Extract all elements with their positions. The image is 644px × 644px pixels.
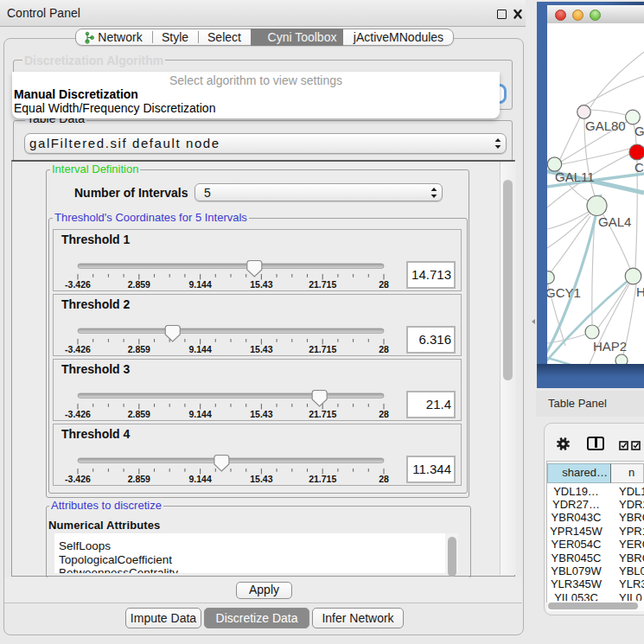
svg-text:GCY1: GCY1 bbox=[547, 285, 581, 300]
svg-text:2.859: 2.859 bbox=[128, 474, 150, 484]
svg-text:2.859: 2.859 bbox=[128, 409, 150, 419]
svg-text:21.715: 21.715 bbox=[309, 344, 336, 354]
svg-text:28: 28 bbox=[379, 409, 389, 419]
svg-text:21.715: 21.715 bbox=[309, 279, 336, 290]
svg-text:15.43: 15.43 bbox=[250, 279, 272, 290]
svg-text:15.43: 15.43 bbox=[250, 344, 272, 354]
svg-text:-3.426: -3.426 bbox=[65, 409, 91, 419]
svg-text:HAP2: HAP2 bbox=[593, 339, 627, 354]
svg-text:9.144: 9.144 bbox=[188, 409, 211, 419]
svg-text:9.144: 9.144 bbox=[188, 344, 211, 354]
svg-text:15.43: 15.43 bbox=[250, 409, 272, 419]
svg-text:-3.426: -3.426 bbox=[65, 474, 91, 484]
svg-text:GAL11: GAL11 bbox=[555, 169, 595, 184]
svg-text:-3.426: -3.426 bbox=[65, 279, 91, 290]
svg-text:9.144: 9.144 bbox=[188, 279, 211, 290]
svg-text:2.859: 2.859 bbox=[128, 344, 150, 354]
svg-text:GA: GA bbox=[634, 124, 644, 138]
svg-text:9.144: 9.144 bbox=[188, 474, 211, 484]
svg-text:28: 28 bbox=[379, 279, 389, 290]
svg-text:-3.426: -3.426 bbox=[65, 344, 91, 354]
svg-text:21.715: 21.715 bbox=[309, 409, 336, 419]
svg-text:GAL4: GAL4 bbox=[598, 214, 631, 229]
svg-text:21.715: 21.715 bbox=[309, 474, 336, 484]
svg-text:GAL80: GAL80 bbox=[585, 118, 626, 133]
svg-text:H: H bbox=[636, 284, 644, 299]
svg-text:28: 28 bbox=[379, 344, 389, 354]
svg-text:15.43: 15.43 bbox=[250, 474, 272, 484]
svg-text:2.859: 2.859 bbox=[128, 279, 150, 290]
svg-text:C: C bbox=[634, 160, 644, 175]
svg-text:28: 28 bbox=[379, 474, 389, 484]
